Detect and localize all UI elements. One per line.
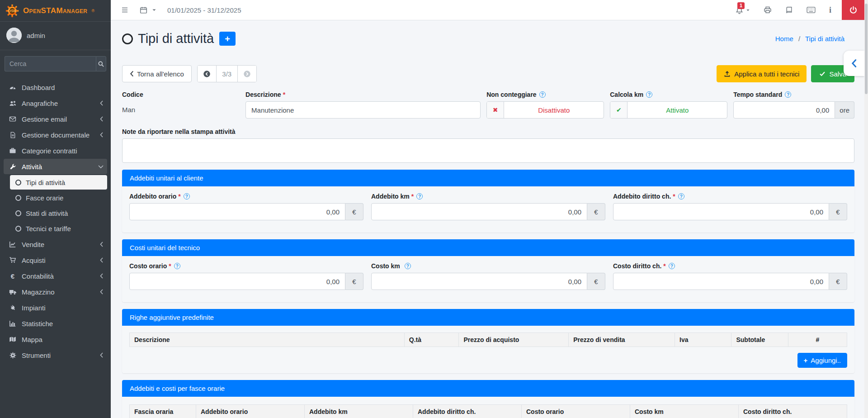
field-tempo-standard: Tempo standard ? ore	[733, 91, 854, 119]
sidebar-item-vendite[interactable]: Vendite	[4, 237, 107, 252]
costo-km-input[interactable]	[371, 273, 587, 290]
sidebar-item-fasce-orarie[interactable]: Fasce orarie	[10, 190, 107, 205]
help-icon[interactable]: ?	[416, 193, 423, 200]
info-button[interactable]: i	[822, 6, 838, 14]
add-row-button[interactable]: + Aggiungi..	[797, 353, 847, 368]
calendar-dropdown[interactable]	[140, 6, 156, 14]
sidebar-item-label: Tipi di attività	[26, 179, 65, 186]
tempo-standard-input[interactable]	[733, 101, 835, 119]
logout-button[interactable]	[842, 0, 864, 20]
costo-diritto-label: Costo diritto ch.	[613, 262, 661, 270]
book-icon	[785, 6, 793, 14]
field-costo-km: Costo km ? €	[371, 262, 605, 290]
euro-icon: €	[7, 272, 18, 280]
sidebar-item-gestione-email[interactable]: Gestione email	[4, 111, 107, 127]
sidebar-item-attivita[interactable]: Attività	[4, 159, 107, 174]
field-costo-diritto: Costo diritto ch.* ? €	[613, 262, 847, 290]
date-range[interactable]: 01/01/2025 - 31/12/2025	[167, 6, 241, 14]
logo-osm-text: OSM	[8, 9, 16, 13]
sidebar-item-magazzino[interactable]: Magazzino	[4, 284, 107, 299]
shortcuts-button[interactable]	[800, 6, 822, 14]
calcola-km-toggle[interactable]: ✔ Attivato	[610, 101, 727, 119]
previous-record-button[interactable]	[198, 66, 217, 82]
plus-icon: +	[804, 356, 808, 364]
calendar-icon	[140, 6, 147, 14]
circle-icon	[15, 226, 21, 232]
brand-title: OpenSTAManager	[23, 6, 87, 15]
fasce-orarie-table: Fascia oraria Addebito orario Addebito k…	[129, 404, 847, 418]
sidebar-item-gestione-documentale[interactable]: Gestione documentale	[4, 127, 107, 142]
descrizione-label: Descrizione	[245, 91, 281, 98]
help-icon[interactable]: ?	[539, 91, 546, 98]
costo-diritto-input[interactable]	[613, 273, 829, 290]
sidebar-item-impianti[interactable]: Impianti	[4, 300, 107, 315]
sidebar-item-anagrafiche[interactable]: Anagrafiche	[4, 95, 107, 111]
descrizione-input[interactable]	[245, 101, 481, 119]
tempo-standard-label: Tempo standard	[733, 91, 782, 98]
note-textarea[interactable]	[122, 138, 854, 163]
breadcrumb-current-link[interactable]: Tipi di attività	[805, 35, 844, 43]
sidebar-item-mappa[interactable]: Mappa	[4, 332, 107, 347]
sidebar-item-label: Tecnici e tariffe	[26, 225, 71, 233]
help-icon[interactable]: ?	[669, 263, 675, 269]
sidebar-item-label: Contabilità	[22, 272, 54, 280]
cross-icon: ✖	[487, 102, 504, 118]
brand[interactable]: OSM OpenSTAManager ®	[0, 0, 111, 22]
help-icon[interactable]: ?	[785, 91, 791, 98]
column-header: Prezzo di acquisto	[459, 333, 569, 347]
costo-orario-input[interactable]	[129, 273, 345, 290]
required-asterisk: *	[283, 91, 285, 98]
print-button[interactable]	[757, 6, 778, 14]
addebito-diritto-input[interactable]	[613, 203, 829, 220]
add-record-button[interactable]: +	[219, 32, 236, 46]
side-panel-toggle[interactable]	[844, 51, 864, 76]
breadcrumb-home-link[interactable]: Home	[775, 35, 793, 43]
scrollbar-thumb[interactable]	[865, 4, 868, 94]
notifications-dropdown[interactable]: 1	[728, 6, 757, 14]
help-icon[interactable]: ?	[174, 263, 180, 269]
field-codice: Codice Man	[122, 91, 240, 119]
sidebar-item-strumenti[interactable]: Strumenti	[4, 347, 107, 363]
required-asterisk: *	[169, 262, 171, 270]
non-conteggiare-label: Non conteggiare	[486, 91, 536, 98]
next-record-button[interactable]	[237, 66, 256, 82]
help-icon[interactable]: ?	[646, 91, 652, 98]
sidebar-item-stati-di-attivita[interactable]: Stati di attività	[10, 206, 107, 220]
sidebar-item-label: Vendite	[22, 241, 44, 248]
sidebar-item-categorie-contratti[interactable]: Categorie contratti	[4, 143, 107, 158]
record-position: 3/3	[217, 66, 237, 82]
column-header: Iva	[675, 333, 731, 347]
search-button[interactable]	[96, 56, 106, 71]
help-icon[interactable]: ?	[184, 193, 190, 200]
addebito-orario-input[interactable]	[129, 203, 345, 220]
non-conteggiare-toggle[interactable]: ✖ Disattivato	[486, 101, 604, 119]
gear-icon	[7, 352, 18, 359]
sidebar-item-label: Gestione email	[22, 115, 67, 123]
user-name: admin	[27, 32, 45, 39]
addebito-km-label: Addebito km	[371, 193, 410, 200]
field-descrizione: Descrizione*	[245, 91, 481, 119]
sidebar-item-acquisti[interactable]: Acquisti	[4, 252, 107, 268]
apply-to-all-technicians-button[interactable]: Applica a tutti i tecnici	[717, 65, 807, 82]
hamburger-menu-icon[interactable]	[121, 6, 129, 14]
help-icon[interactable]: ?	[405, 263, 411, 269]
chevron-left-icon	[99, 132, 104, 138]
column-header: Addebito diritto ch.	[413, 405, 522, 418]
sidebar-item-tipi-di-attivita[interactable]: Tipi di attività	[10, 175, 107, 190]
sidebar-item-label: Fasce orarie	[26, 194, 63, 202]
sidebar: OSM OpenSTAManager ® admin	[0, 0, 111, 418]
back-to-list-button[interactable]: Torna all'elenco	[122, 65, 192, 82]
search-input[interactable]	[5, 56, 96, 71]
sidebar-item-contabilita[interactable]: € Contabilità	[4, 268, 107, 284]
user-panel[interactable]: admin	[0, 22, 111, 50]
scrollbar-track[interactable]	[864, 0, 868, 418]
column-header: Addebito km	[305, 405, 413, 418]
keyboard-icon	[807, 6, 816, 14]
card-costi-unitari: Costi unitari del tecnico Costo orario* …	[122, 239, 854, 302]
sidebar-item-dashboard[interactable]: Dashboard	[4, 80, 107, 95]
sidebar-item-tecnici-e-tariffe[interactable]: Tecnici e tariffe	[10, 221, 107, 236]
sidebar-item-statistiche[interactable]: Statistiche	[4, 316, 107, 331]
help-icon[interactable]: ?	[678, 193, 684, 200]
docs-button[interactable]	[778, 6, 800, 14]
addebito-km-input[interactable]	[371, 203, 587, 220]
